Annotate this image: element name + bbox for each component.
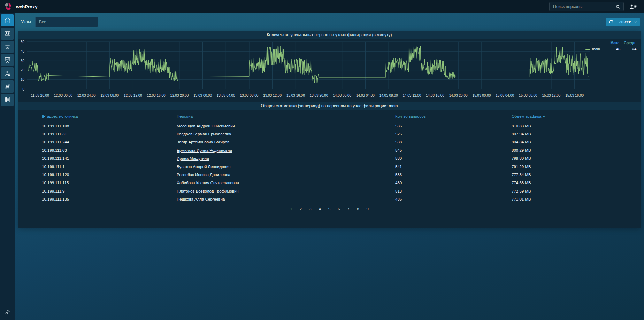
- cell-traffic: 800.29 MB: [512, 148, 636, 153]
- svg-text:15.03 16:00: 15.03 16:00: [565, 94, 584, 97]
- legend-max-header: Макс.: [606, 41, 620, 45]
- search-input[interactable]: [550, 4, 615, 9]
- chevron-down-icon: [634, 20, 640, 24]
- sidebar-item-statistics[interactable]: [1, 54, 14, 66]
- cell-ip: 10.199.111.9: [42, 189, 177, 193]
- person-link[interactable]: Загир Артемонович Багиров: [177, 140, 229, 144]
- cell-requests: 541: [395, 165, 512, 169]
- sidebar-item-user-settings[interactable]: [1, 67, 14, 79]
- person-link[interactable]: Пешкова Алла Сергеевна: [177, 197, 225, 201]
- cell-requests: 530: [395, 156, 512, 161]
- search-box: [549, 2, 624, 11]
- pagination: 123456789: [18, 206, 641, 212]
- nodes-select-value: Все: [39, 19, 46, 24]
- cell-ip: 10.199.111.63: [42, 148, 177, 153]
- table-row: 10.199.111.120Розенбах Инесса Данилевна5…: [42, 171, 636, 179]
- svg-text:12.03 20:00: 12.03 20:00: [170, 94, 189, 97]
- pin-sidebar-button[interactable]: [4, 309, 10, 315]
- cell-requests: 485: [395, 197, 512, 201]
- person-link[interactable]: Мосенцов Андрон Онисимович: [177, 124, 235, 128]
- svg-text:12.03 16:00: 12.03 16:00: [147, 94, 166, 97]
- table-header-row: IP-адрес источника Персона Кол-во запрос…: [42, 111, 636, 122]
- svg-text:14.03 08:00: 14.03 08:00: [380, 94, 398, 97]
- legend-series[interactable]: main: [585, 47, 606, 51]
- svg-text:13.03 12:00: 13.03 12:00: [263, 94, 282, 97]
- page-button-6[interactable]: 6: [336, 206, 342, 212]
- cell-ip: 10.199.111.108: [42, 124, 177, 128]
- svg-text:14.03 12:00: 14.03 12:00: [402, 94, 421, 97]
- person-link[interactable]: Хабибова Ксения Святославовна: [177, 181, 239, 185]
- svg-text:15.03 04:00: 15.03 04:00: [496, 94, 514, 97]
- page-button-1[interactable]: 1: [288, 206, 294, 212]
- cell-ip: 10.199.111.120: [42, 173, 177, 177]
- page-button-8[interactable]: 8: [355, 206, 361, 212]
- persons-statistics-table: IP-адрес источника Персона Кол-во запрос…: [18, 111, 641, 203]
- svg-text:12.03 04:00: 12.03 04:00: [77, 94, 96, 97]
- svg-text:13.03 08:00: 13.03 08:00: [240, 94, 259, 97]
- sidebar-item-journal[interactable]: [1, 94, 14, 106]
- column-header-ip[interactable]: IP-адрес источника: [42, 114, 177, 118]
- cell-requests: 513: [395, 189, 512, 193]
- person-gear-icon: [4, 70, 11, 77]
- id-card-icon: [4, 30, 11, 37]
- person-link[interactable]: Ирина Машутина: [177, 156, 209, 161]
- page-button-2[interactable]: 2: [298, 206, 304, 212]
- svg-text:12.03 08:00: 12.03 08:00: [100, 94, 119, 97]
- page-button-5[interactable]: 5: [326, 206, 332, 212]
- refresh-interval-button[interactable]: 30 сек.: [606, 18, 640, 26]
- person-link[interactable]: Ермилова Ирина Родионовна: [177, 148, 232, 153]
- sidebar-item-home[interactable]: [1, 14, 14, 26]
- svg-text:13.03 00:00: 13.03 00:00: [193, 94, 212, 97]
- svg-text:11.03 20:00: 11.03 20:00: [31, 94, 49, 97]
- sidebar-item-network[interactable]: [1, 80, 14, 93]
- svg-text:14.03 16:00: 14.03 16:00: [426, 94, 444, 97]
- cell-requests: 545: [395, 148, 512, 153]
- cell-ip: 10.199.111.115: [42, 181, 177, 185]
- column-header-person[interactable]: Персона: [177, 114, 395, 118]
- sidebar-item-agents[interactable]: [1, 41, 14, 53]
- person-link[interactable]: Колдаев Герман Ермолаевич: [177, 132, 231, 136]
- search-icon[interactable]: [615, 4, 623, 9]
- refresh-interval-label: 30 сек.: [616, 20, 634, 24]
- officer-icon: [4, 43, 11, 50]
- user-account-icon[interactable]: [629, 3, 637, 10]
- person-link[interactable]: Розенбах Инесса Данилевна: [177, 173, 230, 177]
- nodes-select[interactable]: Все: [35, 17, 98, 27]
- svg-text:15.03 12:00: 15.03 12:00: [542, 94, 561, 97]
- page-button-9[interactable]: 9: [364, 206, 370, 212]
- main-area: Узлы Все 30 сек.: [15, 13, 644, 320]
- sidebar-item-persons[interactable]: [1, 28, 14, 40]
- svg-text:15.03 08:00: 15.03 08:00: [519, 94, 537, 97]
- column-header-traffic[interactable]: Объем трафика▼: [512, 114, 636, 118]
- app-logo: [3, 2, 13, 11]
- page-button-7[interactable]: 7: [345, 206, 352, 212]
- svg-text:0: 0: [22, 87, 24, 91]
- person-link[interactable]: Платонов Всеволод Трофимович: [177, 189, 238, 193]
- page-button-3[interactable]: 3: [307, 206, 313, 212]
- chart-board-icon: [4, 56, 11, 64]
- cell-traffic: 777.84 MB: [512, 173, 636, 177]
- svg-text:14.03 04:00: 14.03 04:00: [356, 94, 375, 97]
- cell-traffic: 791.29 MB: [512, 165, 636, 169]
- toolbar: Узлы Все 30 сек.: [15, 13, 644, 31]
- svg-text:20: 20: [21, 68, 25, 72]
- chart-legend: Макс. Средн. main 46 24: [585, 41, 636, 51]
- table-row: 10.199.111.135Пешкова Алла Сергеевна4857…: [42, 195, 636, 203]
- table-body: 10.199.111.108Мосенцов Андрон Онисимович…: [42, 122, 636, 203]
- table-row: 10.199.111.244Загир Артемонович Багиров5…: [42, 138, 636, 146]
- svg-text:14.03 00:00: 14.03 00:00: [333, 94, 351, 97]
- pin-icon: [4, 309, 10, 315]
- table-row: 10.199.111.141Ирина Машутина530798.80 MB: [42, 155, 636, 163]
- topbar: webProxy: [0, 0, 644, 13]
- cell-traffic: 774.68 MB: [512, 181, 636, 185]
- svg-text:30: 30: [21, 59, 25, 63]
- cell-requests: 533: [395, 173, 512, 177]
- page-button-4[interactable]: 4: [316, 206, 323, 212]
- cell-requests: 538: [395, 140, 512, 144]
- legend-avg-header: Средн.: [620, 41, 636, 45]
- column-header-requests[interactable]: Кол-во запросов: [395, 114, 512, 118]
- unique-persons-chart: 0102030405011.03 20:0012.03 00:0012.03 0…: [18, 39, 641, 102]
- cell-requests: 525: [395, 132, 512, 136]
- svg-text:12.03 12:00: 12.03 12:00: [124, 94, 142, 97]
- person-link[interactable]: Булатов Андрей Леонидович: [177, 165, 230, 169]
